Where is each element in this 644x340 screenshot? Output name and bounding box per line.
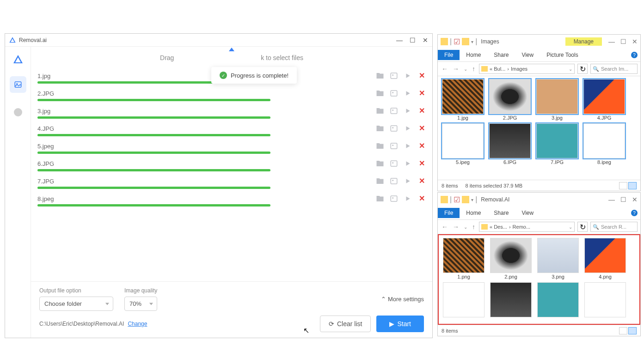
nav-up-button[interactable]: ↑ (471, 223, 476, 231)
maximize-button[interactable]: ☐ (409, 37, 416, 43)
file-thumbnail[interactable]: 1.png (442, 238, 486, 279)
remove-file-button[interactable]: ✕ (417, 159, 426, 168)
minimize-button[interactable]: — (608, 196, 615, 203)
preview-button[interactable] (390, 89, 398, 97)
remove-file-button[interactable]: ✕ (417, 124, 426, 133)
play-button[interactable] (404, 124, 412, 133)
nav-back-button[interactable]: ← (441, 65, 449, 73)
file-thumbnail[interactable]: 2.JPG (488, 79, 532, 121)
play-button[interactable] (404, 72, 412, 80)
preview-button[interactable] (390, 194, 398, 203)
play-button[interactable] (404, 177, 412, 185)
close-button[interactable]: ✕ (632, 196, 638, 203)
file-thumbnail[interactable]: 7.IPG (535, 123, 579, 165)
file-thumbnail[interactable] (489, 282, 533, 318)
close-button[interactable]: ✕ (632, 38, 638, 45)
file-thumbnail[interactable]: 4.JPG (582, 79, 626, 121)
nav-history-button[interactable]: ⌄ (463, 67, 468, 72)
remove-file-button[interactable]: ✕ (417, 107, 426, 115)
ribbon-view-tab[interactable]: View (515, 50, 540, 60)
preview-button[interactable] (390, 142, 398, 150)
file-grid[interactable]: 1.jpg2.JPG3.jpg4.JPG5.ipeg6.IPG7.IPG8.ip… (438, 76, 640, 180)
play-button[interactable] (404, 142, 412, 150)
file-thumbnail[interactable]: 5.ipeg (441, 123, 485, 165)
search-input[interactable]: 🔍 Search Im... (590, 64, 638, 74)
remove-file-button[interactable]: ✕ (417, 177, 426, 185)
remove-file-button[interactable]: ✕ (417, 142, 426, 150)
open-folder-button[interactable] (376, 124, 384, 133)
ribbon-file-tab[interactable]: File (438, 50, 460, 60)
view-thumbnails-button[interactable] (628, 182, 637, 189)
view-thumbnails-button[interactable] (628, 327, 637, 334)
ribbon-share-tab[interactable]: Share (487, 208, 515, 218)
file-thumbnail[interactable]: 4.png (583, 238, 627, 279)
remove-file-button[interactable]: ✕ (417, 89, 426, 97)
nav-forward-button[interactable]: → (452, 65, 460, 73)
ribbon-home-tab[interactable]: Home (460, 208, 487, 218)
refresh-button[interactable]: ↻ (577, 222, 588, 232)
dropzone[interactable]: Drag k to select files (31, 47, 432, 66)
help-icon[interactable]: ? (631, 52, 638, 58)
maximize-button[interactable]: ☐ (620, 196, 626, 203)
clear-list-button[interactable]: ⟳ Clear list (320, 316, 371, 332)
play-button[interactable] (404, 194, 412, 203)
maximize-button[interactable]: ☐ (620, 38, 626, 45)
address-input[interactable]: « Des... › Remo... ⌄ (479, 222, 575, 232)
open-folder-button[interactable] (376, 72, 384, 80)
help-icon[interactable]: ? (631, 210, 638, 216)
open-folder-button[interactable] (376, 107, 384, 115)
nav-history-button[interactable]: ⌄ (463, 225, 468, 230)
minimize-button[interactable]: — (608, 38, 615, 45)
nav-up-button[interactable]: ↑ (471, 65, 476, 73)
sidebar-images-button[interactable] (10, 76, 26, 93)
file-thumbnail[interactable] (442, 282, 486, 318)
file-thumbnail[interactable]: 3.png (536, 238, 580, 279)
play-button[interactable] (404, 107, 412, 115)
quality-select[interactable]: 70% (124, 297, 157, 311)
file-thumbnail[interactable]: 1.jpg (441, 79, 485, 121)
file-thumbnail[interactable]: 3.jpg (535, 79, 579, 121)
preview-button[interactable] (390, 72, 398, 80)
qat-prop-icon[interactable]: ☑ (454, 37, 460, 46)
file-thumbnail[interactable]: 8.ipeg (582, 123, 626, 165)
address-input[interactable]: « Bul... › Images ⌄ (479, 64, 575, 74)
remove-file-button[interactable]: ✕ (417, 72, 426, 80)
ribbon-home-tab[interactable]: Home (460, 50, 487, 60)
sidebar-account-button[interactable] (10, 104, 26, 121)
play-button[interactable] (404, 159, 412, 168)
preview-button[interactable] (390, 159, 398, 168)
remove-file-button[interactable]: ✕ (417, 194, 426, 203)
file-thumbnail[interactable]: 6.IPG (488, 123, 532, 165)
close-button[interactable]: ✕ (422, 37, 429, 43)
open-folder-button[interactable] (376, 159, 384, 168)
ribbon-file-tab[interactable]: File (438, 208, 460, 218)
open-folder-button[interactable] (376, 142, 384, 150)
file-thumbnail[interactable] (536, 282, 580, 318)
view-details-button[interactable] (619, 327, 627, 334)
file-thumbnail[interactable] (583, 282, 627, 318)
open-folder-button[interactable] (376, 194, 384, 203)
nav-back-button[interactable]: ← (441, 223, 449, 231)
output-folder-select[interactable]: Choose folder (39, 297, 113, 311)
preview-button[interactable] (390, 124, 398, 133)
start-button[interactable]: ▶ Start (376, 316, 424, 332)
open-folder-button[interactable] (376, 177, 384, 185)
file-grid[interactable]: 1.png2.png3.png4.png (438, 234, 640, 325)
play-button[interactable] (404, 89, 412, 97)
qat-prop-icon[interactable]: ☑ (454, 195, 460, 204)
ribbon-picture-tools-tab[interactable]: Picture Tools (540, 50, 584, 60)
change-path-link[interactable]: Change (128, 321, 147, 327)
more-settings-button[interactable]: ⌃ More settings (381, 296, 424, 303)
view-details-button[interactable] (619, 182, 627, 189)
preview-button[interactable] (390, 107, 398, 115)
minimize-button[interactable]: — (396, 37, 403, 43)
file-thumbnail[interactable]: 2.png (489, 238, 533, 279)
refresh-button[interactable]: ↻ (577, 64, 588, 74)
nav-forward-button[interactable]: → (452, 223, 460, 231)
open-folder-button[interactable] (376, 89, 384, 97)
preview-button[interactable] (390, 177, 398, 185)
manage-tab[interactable]: Manage (565, 37, 602, 46)
search-input[interactable]: 🔍 Search R... (590, 222, 638, 232)
ribbon-share-tab[interactable]: Share (487, 50, 515, 60)
ribbon-view-tab[interactable]: View (515, 208, 540, 218)
